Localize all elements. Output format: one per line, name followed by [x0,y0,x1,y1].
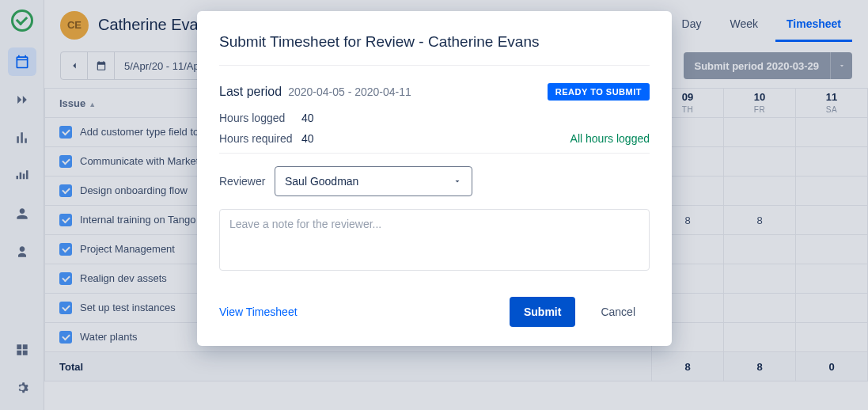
hours-required-value: 40 [301,132,314,145]
view-timesheet-link[interactable]: View Timesheet [219,306,298,318]
hours-logged-value: 40 [301,112,314,124]
dialog-title: Submit Timesheet for Review - Catherine … [219,33,650,51]
hours-required-label: Hours required [219,132,301,145]
submit-button[interactable]: Submit [510,297,575,327]
hours-status: All hours logged [570,132,650,145]
chevron-down-icon [453,177,462,186]
reviewer-label: Reviewer [219,175,265,188]
reviewer-select[interactable]: Saul Goodman [275,166,472,196]
last-period-label: Last period [219,85,282,99]
cancel-button[interactable]: Cancel [586,297,650,327]
reviewer-value: Saul Goodman [285,175,358,188]
hours-logged-label: Hours logged [219,112,301,124]
period-range: 2020-04-05 - 2020-04-11 [288,85,411,98]
reviewer-note-input[interactable] [219,209,650,271]
status-badge: READY TO SUBMIT [548,83,650,101]
submit-dialog: Submit Timesheet for Review - Catherine … [197,11,672,346]
